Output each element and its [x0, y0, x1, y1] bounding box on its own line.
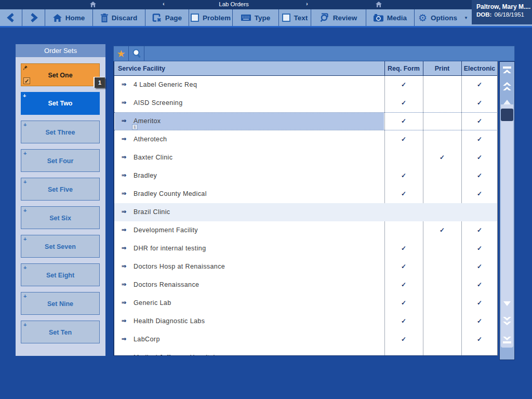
table-row[interactable]: ⇒ DHR for internal testing ✓ ✓	[114, 240, 498, 258]
lab-orders-screen: ‹ Lab Orders › Home	[0, 0, 532, 399]
discard-button[interactable]: Discard	[93, 9, 145, 26]
print-check: ✓	[423, 149, 461, 167]
electronic-check: ✓	[461, 112, 498, 130]
page-button[interactable]: Page	[145, 9, 189, 26]
line-down-icon[interactable]	[500, 297, 514, 310]
print-check	[423, 76, 461, 94]
text-button[interactable]: Text	[279, 9, 311, 26]
order-set-button-six[interactable]: + Set Six	[21, 206, 100, 229]
page-up-icon[interactable]	[500, 81, 514, 94]
checkbox-icon	[282, 14, 290, 22]
table-row[interactable]: ⇒ AISD Screening ✓ ✓	[114, 94, 498, 112]
toolbar-accent-line	[0, 26, 532, 28]
table-row[interactable]: ⇒ Health Diagnostic Labs ✓ ✓	[114, 312, 498, 330]
table-row[interactable]: ⇒ Bradley County Medical ✓ ✓	[114, 185, 498, 203]
home-button[interactable]: Home	[45, 9, 93, 26]
chevron-left-icon[interactable]: ‹	[163, 1, 165, 7]
row-arrow-icon: ⇒	[122, 172, 126, 179]
print-check	[423, 312, 461, 330]
row-arrow-icon: ⇒	[122, 99, 126, 106]
print-check	[423, 130, 461, 149]
left-edge-shadow	[0, 28, 3, 399]
pin-icon	[23, 65, 28, 70]
scrollbar-thumb[interactable]	[501, 109, 513, 121]
nav-back-button[interactable]	[0, 9, 22, 26]
electronic-check: ✓	[461, 76, 498, 94]
options-button[interactable]: ⚙ Options ▼	[415, 9, 472, 26]
row-arrow-icon: ⇒	[122, 245, 126, 251]
table-row[interactable]: ⇒ Brazil Clinic	[114, 203, 498, 221]
scroll-to-top-icon[interactable]	[500, 64, 514, 77]
table-row[interactable]: ⇒ Doctors Hosp at Renaissance ✓ ✓	[114, 258, 498, 276]
table-row-clipped[interactable]: ⇒ Medical Jefferson Hospital ✓ ✓	[114, 349, 498, 356]
patient-dob: DOB:06/18/1951	[476, 11, 532, 18]
row-arrow-icon: ⇒	[122, 208, 126, 215]
order-sets-panel: Set One ✓ 1 + Set Two + Set Three + Set …	[16, 57, 105, 356]
order-set-button-ten[interactable]: + Set Ten	[21, 321, 100, 343]
order-set-button-eight[interactable]: + Set Eight	[21, 263, 100, 286]
electronic-check: ✓	[461, 149, 498, 167]
order-set-button-one[interactable]: Set One ✓ 1	[21, 63, 100, 86]
table-row[interactable]: ⇒ Atherotech ✓ ✓	[114, 130, 498, 149]
electronic-check: ✓	[461, 185, 498, 203]
tab-search[interactable]	[129, 46, 144, 61]
nav-forward-button[interactable]	[22, 9, 45, 26]
page-down-icon[interactable]	[500, 313, 514, 327]
req-form-check: ✓	[384, 294, 423, 312]
order-set-button-four[interactable]: + Set Four	[21, 149, 100, 172]
plus-icon: +	[23, 150, 26, 156]
column-header-service-facility[interactable]: Service Facility	[118, 61, 165, 76]
req-form-check: ✓	[384, 76, 423, 94]
problem-button[interactable]: Problem	[189, 9, 233, 26]
set-checkbox[interactable]: ✓	[23, 77, 30, 84]
magnifier-icon	[132, 49, 141, 58]
review-button[interactable]: Review	[311, 9, 366, 26]
table-row-selected[interactable]: ⇒ Ameritox 1 ✓ ✓	[114, 112, 498, 130]
scrollbar-track[interactable]	[501, 104, 513, 348]
column-header-print[interactable]: Print	[423, 61, 461, 76]
service-facility-table: Service Facility Req. Form Print Electro…	[113, 61, 498, 356]
order-set-button-seven[interactable]: + Set Seven	[21, 235, 100, 258]
tab-favorites[interactable]: ★	[114, 46, 129, 61]
home-icon[interactable]	[376, 2, 382, 7]
titlebar: ‹ Lab Orders ›	[0, 0, 532, 9]
electronic-check: ✓	[461, 330, 498, 349]
set-count-badge: 1	[95, 77, 105, 88]
table-row[interactable]: ⇒ LabCorp ✓ ✓	[114, 330, 498, 349]
table-row[interactable]: ⇒ Baxter Clinic ✓ ✓	[114, 149, 498, 167]
req-form-check: ✓	[384, 112, 423, 130]
order-set-button-nine[interactable]: + Set Nine	[21, 292, 100, 315]
plus-icon: +	[23, 236, 26, 242]
column-header-electronic[interactable]: Electronic	[461, 61, 498, 76]
order-set-button-three[interactable]: + Set Three	[21, 121, 100, 143]
req-form-check: ✓	[384, 349, 423, 356]
row-arrow-icon: ⇒	[122, 317, 126, 324]
gear-icon: ⚙	[418, 13, 427, 23]
vertical-scrollbar[interactable]	[499, 61, 515, 360]
print-check	[423, 240, 461, 258]
table-row[interactable]: ⇒ Generic Lab ✓ ✓	[114, 294, 498, 312]
order-sets-header: Order Sets	[16, 44, 105, 57]
chevron-right-icon[interactable]: ›	[306, 1, 308, 7]
trash-icon	[101, 14, 108, 22]
home-icon[interactable]	[90, 2, 96, 7]
row-arrow-icon: ⇒	[122, 336, 126, 342]
electronic-check: ✓	[461, 312, 498, 330]
plus-icon: +	[23, 322, 26, 328]
media-button[interactable]: Media	[366, 9, 415, 26]
patient-info-panel[interactable]: Paltrow, Mary M.... DOB:06/18/1951	[472, 0, 532, 24]
table-row[interactable]: ⇒ Development Facility ✓ ✓	[114, 221, 498, 240]
type-button[interactable]: Type	[233, 9, 279, 26]
table-row[interactable]: ⇒ Bradley ✓ ✓	[114, 167, 498, 185]
column-header-req-form[interactable]: Req. Form	[384, 61, 423, 76]
scroll-to-bottom-icon[interactable]	[500, 332, 514, 345]
home-icon	[53, 14, 62, 22]
table-row[interactable]: ⇒ Doctors Renaissance ✓ ✓	[114, 276, 498, 294]
forward-arrow-icon	[30, 13, 38, 22]
electronic-check: ✓	[461, 349, 498, 356]
order-set-button-two[interactable]: + Set Two	[21, 92, 100, 115]
print-check	[423, 185, 461, 203]
req-form-check: ✓	[384, 94, 423, 112]
table-row[interactable]: ⇒ 4 Label Generic Req ✓ ✓	[114, 76, 498, 94]
order-set-button-five[interactable]: + Set Five	[21, 178, 100, 201]
